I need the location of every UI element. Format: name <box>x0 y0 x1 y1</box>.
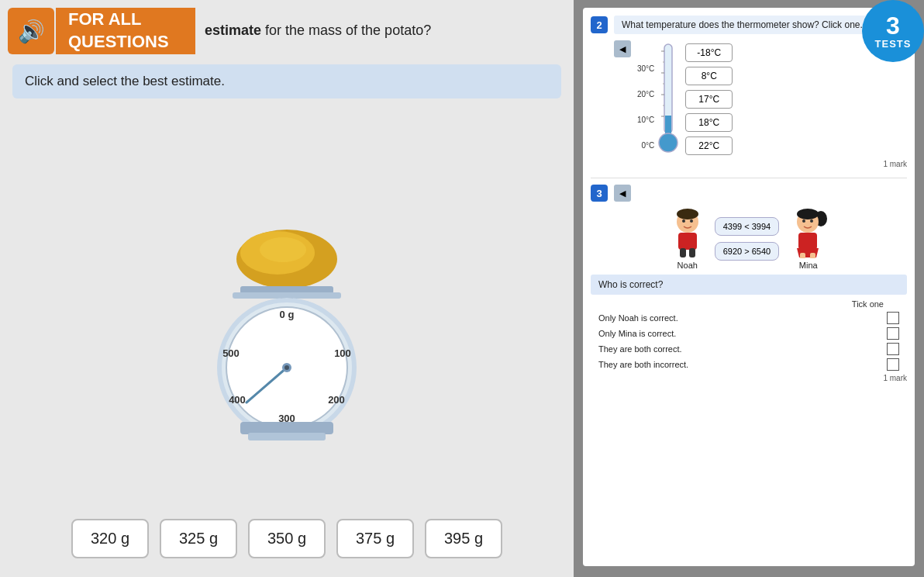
question-3-block: 3 ◀ <box>591 185 907 382</box>
speaker-button[interactable]: 🔊 <box>8 8 54 54</box>
tests-badge: 3 TESTS <box>862 0 924 62</box>
badge-label: TESTS <box>875 38 912 50</box>
instruction-text: Click and select the best estimate. <box>25 74 225 88</box>
noah-svg <box>668 208 707 258</box>
thermometer-svg <box>657 40 679 157</box>
answer-375g[interactable]: 375 g <box>336 519 414 558</box>
svg-point-31 <box>677 209 698 219</box>
q2-header: 2 What temperature does the thermometer … <box>591 16 907 34</box>
paper-area: 2 What temperature does the thermometer … <box>583 8 915 566</box>
svg-point-32 <box>682 219 685 223</box>
q3-mark: 1 mark <box>591 374 907 382</box>
thermo-0c: 0°C <box>642 135 655 157</box>
svg-rect-42 <box>798 233 817 250</box>
svg-text:0 g: 0 g <box>280 309 295 320</box>
bubble-2: 6920 > 6540 <box>715 242 779 261</box>
question-emphasis: estimate <box>205 22 261 38</box>
scale-area: 0 g 100 200 300 400 500 <box>0 105 574 506</box>
mina-svg <box>787 208 829 258</box>
characters-row: Noah 4399 < 3994 6920 > 6540 <box>591 208 907 270</box>
svg-rect-35 <box>680 248 686 257</box>
badge-number: 3 <box>886 13 900 38</box>
question-2-block: 2 What temperature does the thermometer … <box>591 16 907 168</box>
tick-box-both-correct[interactable] <box>887 343 899 355</box>
speech-bubbles: 4399 < 3994 6920 > 6540 <box>715 217 779 261</box>
svg-point-2 <box>260 237 306 262</box>
option-noah-correct[interactable]: Only Noah is correct. <box>598 312 899 324</box>
answer-350g[interactable]: 350 g <box>248 519 326 558</box>
thermometer-visual <box>657 40 679 157</box>
svg-rect-36 <box>689 248 695 257</box>
svg-text:200: 200 <box>328 394 345 406</box>
speaker-icon: 🔊 <box>18 19 45 44</box>
svg-point-29 <box>659 133 677 152</box>
thermo-scale-labels: 30°C 20°C 10°C 0°C <box>637 57 654 157</box>
noah-label: Noah <box>677 261 698 270</box>
option-noah-correct-text: Only Noah is correct. <box>598 313 678 323</box>
temp-options: -18°C 8°C 17°C 18°C 22°C <box>685 43 733 155</box>
tick-one-label: Tick one <box>598 299 899 309</box>
who-correct-box: Who is correct? <box>591 275 907 295</box>
question-rest: for the mass of the potato? <box>261 22 431 38</box>
option-mina-correct-text: Only Mina is correct. <box>598 329 676 338</box>
noah-figure: Noah <box>668 208 707 270</box>
scale-svg: 0 g 100 200 300 400 500 <box>163 166 411 445</box>
question-text: estimate for the mass of the potato? <box>205 21 431 40</box>
option-both-correct-text: They are both correct. <box>598 344 682 354</box>
svg-rect-44 <box>810 253 815 258</box>
temp-8[interactable]: 8°C <box>685 67 733 85</box>
svg-text:100: 100 <box>334 347 351 359</box>
tick-box-noah[interactable] <box>887 312 899 324</box>
option-both-correct[interactable]: They are both correct. <box>598 343 899 355</box>
answer-320g[interactable]: 320 g <box>71 519 149 558</box>
svg-point-39 <box>797 209 819 219</box>
thermo-10c: 10°C <box>637 109 654 131</box>
svg-point-33 <box>690 219 693 223</box>
svg-point-41 <box>810 219 813 223</box>
svg-rect-34 <box>678 233 697 250</box>
thermo-30c: 30°C <box>637 57 654 79</box>
q2-number-badge: 2 <box>591 16 608 33</box>
thermo-20c: 20°C <box>637 83 654 105</box>
mina-figure: Mina <box>787 208 829 270</box>
q2-mark: 1 mark <box>591 160 907 168</box>
answer-325g[interactable]: 325 g <box>160 519 237 558</box>
q2-audio-button[interactable]: ◀ <box>614 40 631 57</box>
header-bar: 🔊 FOR ALL QUESTIONS estimate for the mas… <box>0 0 574 58</box>
svg-rect-21 <box>665 116 671 133</box>
tick-box-both-incorrect[interactable] <box>887 358 899 371</box>
left-panel: 🔊 FOR ALL QUESTIONS estimate for the mas… <box>0 0 574 577</box>
temp-18[interactable]: 18°C <box>685 113 733 132</box>
svg-point-17 <box>284 365 289 370</box>
temp-minus18[interactable]: -18°C <box>685 43 733 62</box>
temp-22[interactable]: 22°C <box>685 136 733 155</box>
for-all-questions-label: FOR ALL QUESTIONS <box>56 8 195 54</box>
svg-text:400: 400 <box>229 394 246 406</box>
tick-box-mina[interactable] <box>887 327 899 340</box>
svg-rect-4 <box>233 292 341 299</box>
bubble-1: 4399 < 3994 <box>715 217 779 236</box>
svg-rect-43 <box>800 253 805 258</box>
tick-section: Tick one Only Noah is correct. Only Mina… <box>591 299 907 371</box>
option-mina-correct[interactable]: Only Mina is correct. <box>598 327 899 340</box>
answer-row: 320 g 325 g 350 g 375 g 395 g <box>0 506 574 577</box>
answer-395g[interactable]: 395 g <box>425 519 502 558</box>
right-panel: 3 TESTS 2 What temperature does the ther… <box>574 0 924 577</box>
q3-audio-button[interactable]: ◀ <box>614 185 631 202</box>
option-both-incorrect-text: They are both incorrect. <box>598 360 688 369</box>
q3-header: 3 ◀ <box>591 185 907 202</box>
temp-17[interactable]: 17°C <box>685 90 733 109</box>
thermometer-section: 30°C 20°C 10°C 0°C <box>637 40 679 157</box>
instruction-box: Click and select the best estimate. <box>12 64 561 98</box>
svg-rect-19 <box>248 433 326 441</box>
svg-point-40 <box>802 219 805 223</box>
q3-number-badge: 3 <box>591 185 608 202</box>
svg-rect-18 <box>240 422 333 434</box>
svg-text:500: 500 <box>222 347 240 359</box>
option-both-incorrect[interactable]: They are both incorrect. <box>598 358 899 371</box>
divider <box>591 178 907 178</box>
mina-label: Mina <box>799 261 818 270</box>
